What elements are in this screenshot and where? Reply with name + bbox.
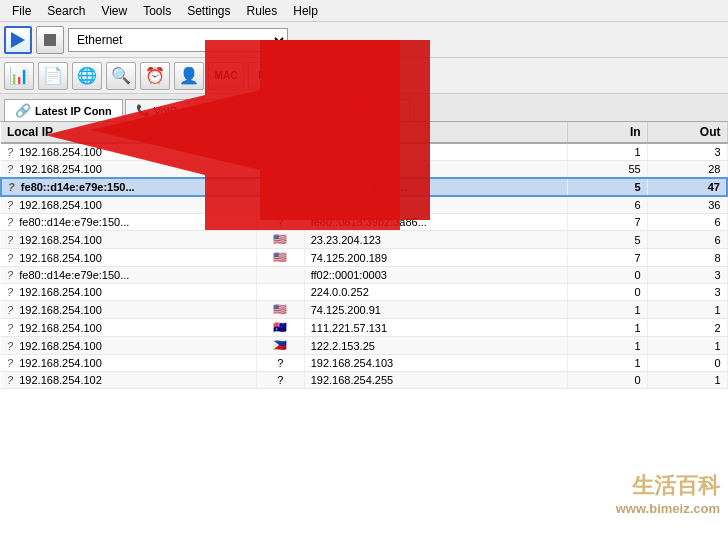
menu-rules[interactable]: Rules <box>239 2 286 20</box>
cell-remote-ip: 192.168.254 <box>304 196 567 214</box>
table-row[interactable]: ? 192.168.254.100 252.243.2... 55 28 <box>1 161 727 179</box>
table-row[interactable]: ? 192.168.254.100 🇺🇸 74.125.200.189 7 8 <box>1 249 727 267</box>
cell-local-ip: ? 192.168.254.100 <box>1 249 256 267</box>
cell-remote-ip: 192.168.254.255 <box>304 372 567 389</box>
tab-latest-ip-icon: 🔗 <box>15 103 31 118</box>
network-button[interactable]: 🌐 <box>72 62 102 90</box>
cell-flag: 🇺🇸 <box>256 301 304 319</box>
document-button[interactable]: 📄 <box>38 62 68 90</box>
tab-rules[interactable]: IF Rules <box>271 99 334 121</box>
settings-button[interactable]: 🔧 <box>282 62 312 90</box>
toolbar2: 📊 📄 🌐 🔍 ⏰ 👤 MAC IP 🔧 <box>0 58 728 94</box>
header-out: Out <box>647 122 727 143</box>
table-row[interactable]: ? 192.168.254.102 ? 192.168.254.255 0 1 <box>1 372 727 389</box>
header-flag <box>256 122 304 143</box>
cell-flag: ? <box>256 372 304 389</box>
menu-file[interactable]: File <box>4 2 39 20</box>
table-row[interactable]: ? 192.168.254.100 🇺🇸 23.23.204.123 5 6 <box>1 231 727 249</box>
menu-bar: File Search View Tools Settings Rules He… <box>0 0 728 22</box>
stop-button[interactable] <box>36 26 64 54</box>
cell-out: 6 <box>647 214 727 231</box>
cell-local-ip: ? 192.168.254.100 <box>1 337 256 355</box>
cell-out: 1 <box>647 301 727 319</box>
cell-flag <box>256 143 304 161</box>
cell-remote-ip: 23.23.204.123 <box>304 231 567 249</box>
menu-view[interactable]: View <box>93 2 135 20</box>
cell-in: 1 <box>567 143 647 161</box>
menu-settings[interactable]: Settings <box>179 2 238 20</box>
cell-remote-ip: 0:ea08:8bff:feca:... <box>304 178 567 196</box>
cell-flag: ? <box>256 214 304 231</box>
question-mark: ? <box>7 269 13 281</box>
cell-local-ip: ? 192.168.254.100 <box>1 319 256 337</box>
play-button[interactable] <box>4 26 32 54</box>
table-row[interactable]: ? 192.168.254.100 192.168.254 6 36 <box>1 196 727 214</box>
question-mark: ? <box>8 181 15 193</box>
tab-rules-icon: IF <box>282 105 291 116</box>
cell-remote-ip: ff02::0001:0003 <box>304 267 567 284</box>
cell-flag: 🇦🇺 <box>256 319 304 337</box>
cell-local-ip: ? 192.168.254.100 <box>1 301 256 319</box>
cell-out: 47 <box>647 178 727 196</box>
cell-in: 7 <box>567 249 647 267</box>
table-row[interactable]: ? 192.168.254.100 224.0.0.252 0 3 <box>1 284 727 301</box>
tab-alarms-label: Alarms <box>365 105 399 117</box>
cell-remote-ip: 224.0.0.252 <box>304 284 567 301</box>
mac-button[interactable]: MAC <box>208 62 244 90</box>
bar-chart-button[interactable]: 📊 <box>4 62 34 90</box>
cell-out: 3 <box>647 284 727 301</box>
menu-help[interactable]: Help <box>285 2 326 20</box>
cell-in: 0 <box>567 372 647 389</box>
cell-flag: ? <box>256 355 304 372</box>
tab-alarms[interactable]: 🔔 Alarms <box>336 99 410 121</box>
question-mark: ? <box>7 234 13 246</box>
cell-remote-ip: 122.2.153.25 <box>304 337 567 355</box>
header-in: In <box>567 122 647 143</box>
cell-out: 28 <box>647 161 727 179</box>
cell-local-ip: ? 192.168.254.102 <box>1 372 256 389</box>
cell-in: 55 <box>567 161 647 179</box>
cell-remote-ip: fe80::0818:39b2:3a86... <box>304 214 567 231</box>
tab-logging-icon: 📋 <box>201 104 215 117</box>
tab-logging-label: Logging <box>219 105 258 117</box>
ip-button[interactable]: IP <box>248 62 278 90</box>
cell-remote-ip: 74.125.200.91 <box>304 301 567 319</box>
menu-search[interactable]: Search <box>39 2 93 20</box>
user-button[interactable]: 👤 <box>174 62 204 90</box>
cell-in: 1 <box>567 301 647 319</box>
cell-in: 1 <box>567 319 647 337</box>
table-row[interactable]: ? fe80::d14e:e79e:150... ? fe80::0818:39… <box>1 214 727 231</box>
table-row[interactable]: ? 192.168.254.100 🇵🇭 122.2.153.25 1 1 <box>1 337 727 355</box>
cell-out: 1 <box>647 337 727 355</box>
cell-local-ip: ? 192.168.254.100 <box>1 284 256 301</box>
cell-local-ip: ? 192.168.254.100 <box>1 196 256 214</box>
tab-latest-ip[interactable]: 🔗 Latest IP Conn <box>4 99 123 121</box>
interface-dropdown[interactable]: Ethernet Wi-Fi Loopback <box>68 28 288 52</box>
table-row[interactable]: ? 192.168.254.100 71.2... 1 3 <box>1 143 727 161</box>
tab-voip[interactable]: 📞 VoIP <box>125 99 188 121</box>
table-row[interactable]: ? 192.168.254.100 🇦🇺 111.221.57.131 1 2 <box>1 319 727 337</box>
menu-tools[interactable]: Tools <box>135 2 179 20</box>
cell-flag: 🇺🇸 <box>256 249 304 267</box>
cell-in: 5 <box>567 178 647 196</box>
question-mark: ? <box>7 252 13 264</box>
cell-flag <box>256 178 304 196</box>
table-row[interactable]: ? 192.168.254.100 ? 192.168.254.103 1 0 <box>1 355 727 372</box>
table-row[interactable]: ? fe80::d14e:e79e:150... ff02::0001:0003… <box>1 267 727 284</box>
toolbar1: Ethernet Wi-Fi Loopback <box>0 22 728 58</box>
cell-flag: 🇺🇸 <box>256 231 304 249</box>
cell-out: 0 <box>647 355 727 372</box>
clock-button[interactable]: ⏰ <box>140 62 170 90</box>
search-button[interactable]: 🔍 <box>106 62 136 90</box>
tab-logging[interactable]: 📋 Logging <box>190 99 269 121</box>
table-row[interactable]: ? fe80::d14e:e79e:150... 0:ea08:8bff:fec… <box>1 178 727 196</box>
connections-table: Local IP In Out ? 192.168.254.100 71.2..… <box>0 122 728 389</box>
stop-icon <box>44 34 56 46</box>
question-mark: ? <box>7 322 13 334</box>
cell-remote-ip: 111.221.57.131 <box>304 319 567 337</box>
table-row[interactable]: ? 192.168.254.100 🇺🇸 74.125.200.91 1 1 <box>1 301 727 319</box>
question-mark: ? <box>7 374 13 386</box>
question-mark: ? <box>7 163 13 175</box>
question-mark: ? <box>7 216 13 228</box>
cell-local-ip: ? fe80::d14e:e79e:150... <box>1 267 256 284</box>
